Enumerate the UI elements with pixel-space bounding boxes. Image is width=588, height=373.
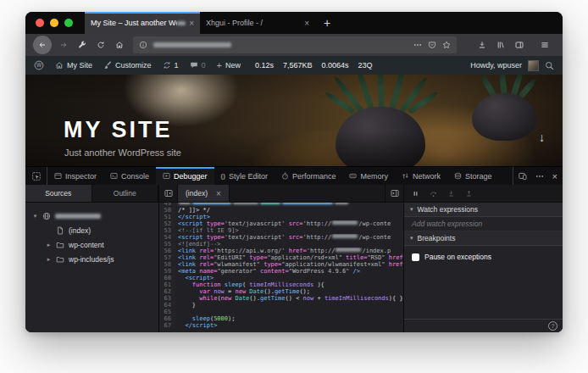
line-number[interactable]: 54 — [159, 234, 175, 241]
adminbar-comments[interactable]: 0 — [190, 61, 206, 70]
url-bar[interactable] — [133, 36, 457, 53]
close-window-button[interactable] — [36, 19, 44, 27]
devtools-tab-console[interactable]: Console — [103, 167, 156, 185]
collapse-sources-button[interactable] — [159, 185, 178, 202]
source-code-view[interactable]: 4950/* ]]> */51</script>52<script type='… — [159, 203, 403, 332]
sidebar-toggle-button[interactable] — [511, 37, 527, 53]
line-number[interactable]: 62 — [159, 288, 175, 295]
code-line[interactable]: 63 while(new Date().getTime() < now + ti… — [159, 295, 403, 302]
code-line[interactable]: 50/* ]]> */ — [159, 207, 403, 214]
reload-button[interactable] — [92, 37, 108, 53]
wp-logo-button[interactable]: W — [34, 60, 44, 70]
zoom-window-button[interactable] — [64, 19, 73, 27]
breakpoints-header[interactable]: ▾ Breakpoints — [404, 231, 563, 246]
code-line[interactable]: 54<script type='text/javascript' src='ht… — [159, 234, 403, 241]
chevron-right-icon[interactable]: ▸ — [46, 242, 52, 248]
page-actions-icon[interactable] — [413, 41, 422, 49]
line-number[interactable]: 57 — [159, 254, 175, 261]
pocket-icon[interactable] — [428, 41, 436, 49]
library-button[interactable] — [492, 37, 508, 53]
tree-item-domain[interactable]: ▾ — [25, 209, 158, 223]
stat-value[interactable]: 23Q — [358, 61, 373, 70]
code-line[interactable]: 52<script type='text/javascript' src='ht… — [159, 220, 403, 227]
chevron-right-icon[interactable]: ▸ — [46, 256, 52, 263]
step-out-icon[interactable] — [465, 190, 473, 198]
devtools-tab-storage[interactable]: Storage — [447, 167, 499, 185]
code-line[interactable]: 60 <script> — [159, 275, 403, 281]
code-line[interactable]: 64 } — [159, 302, 403, 309]
scroll-down-arrow[interactable]: ↓ — [539, 131, 545, 144]
code-line[interactable]: 58<link rel="wlwmanifest" type="applicat… — [159, 261, 403, 268]
site-info-icon[interactable] — [139, 41, 147, 49]
pause-on-exceptions-row[interactable]: Pause on exceptions — [412, 253, 555, 261]
new-tab-button[interactable]: + — [315, 12, 339, 34]
tree-item-wp-includes-js[interactable]: ▸wp-includes/js — [25, 252, 158, 266]
code-line[interactable]: 61 function sleep( timeInMilliseconds ){ — [159, 281, 403, 288]
help-icon[interactable]: ? — [548, 321, 557, 331]
line-number[interactable]: 53 — [159, 227, 175, 234]
code-line[interactable]: 66 sleep(5000); — [159, 315, 403, 322]
devtools-tab-network[interactable]: Network — [395, 167, 447, 185]
stat-value[interactable]: 7,567KB — [283, 61, 313, 70]
back-button[interactable] — [33, 36, 52, 54]
code-line[interactable]: 65 — [159, 309, 403, 315]
code-line[interactable]: 62 var now = new Date().getTime(); — [159, 288, 403, 295]
code-line[interactable]: 53<!--[if lt IE 9]> — [159, 227, 403, 234]
tree-item-wp-content[interactable]: ▸wp-content — [25, 237, 158, 252]
code-line[interactable]: 57<link rel="EditURI" type="application/… — [159, 254, 403, 261]
chevron-down-icon[interactable]: ▾ — [32, 213, 38, 220]
line-number[interactable]: 59 — [159, 268, 175, 275]
avatar[interactable] — [528, 60, 539, 71]
line-number[interactable]: 52 — [159, 220, 175, 227]
devtools-tab-inspector[interactable]: Inspector — [47, 167, 103, 185]
line-number[interactable]: 58 — [159, 261, 175, 268]
line-number[interactable]: 51 — [159, 214, 175, 220]
responsive-mode-icon[interactable] — [519, 172, 527, 181]
file-tab-index[interactable]: (index) × — [178, 185, 230, 202]
line-number[interactable]: 65 — [159, 309, 175, 315]
stat-value[interactable]: 0.0064s — [322, 61, 349, 70]
adminbar-customize[interactable]: Customize — [103, 61, 152, 70]
pause-icon[interactable] — [412, 190, 419, 198]
devtools-close-icon[interactable]: × — [552, 171, 557, 181]
bookmark-star-icon[interactable] — [442, 41, 451, 49]
expand-panes-button[interactable] — [385, 185, 403, 202]
downloads-button[interactable] — [474, 37, 490, 53]
line-number[interactable]: 66 — [159, 315, 175, 322]
howdy-greeting[interactable]: Howdy, wpuser — [470, 61, 522, 70]
minimize-window-button[interactable] — [50, 19, 58, 27]
file-tab-close-icon[interactable]: × — [216, 189, 221, 198]
add-watch-expression-input[interactable]: Add watch expression — [404, 217, 563, 231]
line-number[interactable]: 64 — [159, 302, 175, 309]
line-number[interactable]: 67 — [159, 322, 175, 329]
code-line[interactable]: 51</script> — [159, 214, 403, 220]
page-tools-button[interactable] — [74, 37, 90, 53]
search-icon[interactable] — [545, 61, 554, 70]
line-number[interactable]: 60 — [159, 275, 175, 281]
code-line[interactable]: 67 </script> — [159, 322, 403, 329]
code-line[interactable]: 56<link rel='https://api.w.org/' href='h… — [159, 248, 403, 254]
devtools-tab-memory[interactable]: Memory — [342, 167, 395, 185]
devtools-tab-performance[interactable]: Performance — [275, 167, 343, 185]
watch-expressions-header[interactable]: ▾ Watch expressions — [404, 203, 563, 217]
devtools-tab-style-editor[interactable]: ()Style Editor — [214, 167, 275, 185]
adminbar-site-name[interactable]: My Site — [55, 61, 92, 70]
devtools-tab-debugger[interactable]: Debugger — [156, 167, 214, 185]
line-number[interactable]: 55 — [159, 241, 175, 248]
stat-value[interactable]: 0.12s — [255, 61, 274, 70]
browser-tab-xhgui[interactable]: Xhgui - Profile - / × — [200, 12, 315, 34]
line-number[interactable]: 50 — [159, 207, 175, 214]
code-line[interactable]: 55<![endif]--> — [159, 241, 403, 248]
pause-on-exceptions-checkbox[interactable] — [412, 253, 419, 261]
adminbar-new[interactable]: + New — [217, 60, 241, 70]
step-over-icon[interactable] — [430, 190, 437, 198]
tab-close-icon[interactable]: × — [189, 19, 194, 28]
line-number[interactable]: 63 — [159, 295, 175, 302]
tab-sources[interactable]: Sources — [25, 185, 92, 202]
forward-button[interactable] — [55, 37, 71, 53]
line-number[interactable]: 61 — [159, 281, 175, 288]
devtools-options-icon[interactable] — [535, 172, 544, 181]
tree-item--index-[interactable]: (index) — [25, 223, 158, 237]
line-number[interactable]: 56 — [159, 248, 175, 254]
step-in-icon[interactable] — [447, 190, 455, 198]
